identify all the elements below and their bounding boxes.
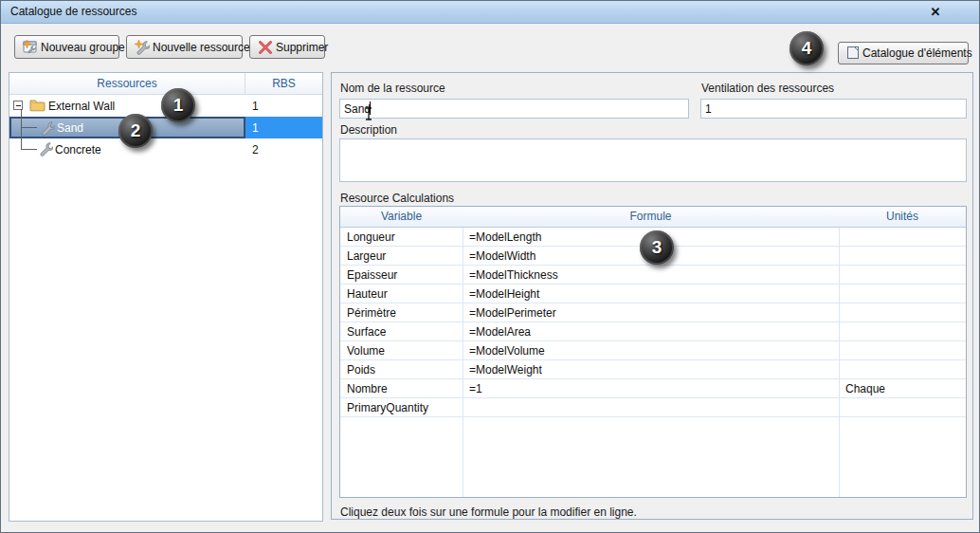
calc-table-header: Variable Formule Unités	[340, 207, 966, 228]
variable-cell: Nombre	[340, 382, 463, 395]
formula-cell[interactable]: =ModelHeight	[463, 287, 839, 301]
window-titlebar: Catalogue de ressources ✕	[1, 1, 979, 24]
calc-row-surface[interactable]: Surface =ModelArea	[340, 322, 966, 341]
variable-column-header[interactable]: Variable	[340, 207, 463, 227]
units-cell[interactable]: Chaque	[839, 382, 966, 395]
variable-cell: PrimaryQuantity	[340, 401, 463, 414]
badge-number: 2	[131, 120, 141, 141]
calc-row-perimetre[interactable]: Périmètre =ModelPerimeter	[340, 303, 966, 322]
resource-catalog-dialog: Catalogue de ressources ✕ Nouveau groupe	[0, 0, 980, 533]
folder-icon	[29, 98, 45, 115]
ventilation-input[interactable]	[700, 99, 967, 119]
tree-row-sand[interactable]: Sand 1	[9, 117, 322, 138]
calc-row-hauteur[interactable]: Hauteur =ModelHeight	[340, 285, 966, 303]
resources-tree-panel: Ressources RBS External Wall 1	[9, 72, 323, 522]
rbs-value: 1	[245, 95, 322, 117]
new-star-icon	[135, 40, 143, 48]
calc-row-volume[interactable]: Volume =ModelVolume	[340, 341, 966, 360]
rbs-column-header[interactable]: RBS	[245, 73, 322, 94]
formula-cell[interactable]: =ModelArea	[463, 325, 839, 339]
badge-number: 3	[652, 237, 662, 258]
calc-row-nombre[interactable]: Nombre =1 Chaque	[340, 379, 966, 398]
document-page-icon	[846, 46, 860, 61]
delete-label: Supprimer	[276, 41, 328, 54]
tree-header: Ressources RBS	[9, 73, 322, 95]
dialog-title: Catalogue de ressources	[10, 5, 136, 18]
ventilation-label: Ventilation des ressources	[701, 82, 834, 95]
formula-cell[interactable]: =1	[463, 382, 839, 395]
variable-cell: Epaisseur	[340, 268, 463, 282]
column-separator	[463, 228, 463, 497]
calc-row-primaryquantity[interactable]: PrimaryQuantity	[340, 398, 966, 417]
tree-line	[21, 127, 37, 128]
variable-cell: Surface	[340, 325, 463, 339]
variable-cell: Poids	[340, 363, 463, 377]
description-label: Description	[340, 123, 397, 137]
resource-calculations-label: Resource Calculations	[340, 192, 454, 205]
formula-cell[interactable]: =ModelWeight	[463, 363, 839, 377]
tree-line	[21, 149, 37, 150]
formula-cell[interactable]: =ModelPerimeter	[463, 306, 839, 320]
badge-number: 1	[173, 95, 184, 116]
tree-row-concrete[interactable]: Concrete 2	[9, 138, 322, 160]
formula-cell[interactable]: =ModelThickness	[463, 268, 839, 282]
new-group-folder-icon	[23, 40, 38, 55]
wrench-icon	[38, 141, 53, 159]
element-catalog-button[interactable]: Catalogue d'éléments	[838, 42, 969, 64]
tree-item-label: Sand	[57, 121, 83, 135]
description-textarea[interactable]	[339, 138, 967, 182]
variable-cell: Périmètre	[340, 306, 463, 320]
variable-cell: Volume	[340, 344, 463, 358]
resource-detail-panel: Nom de la ressource Ventilation des ress…	[331, 72, 973, 520]
new-star-icon	[23, 40, 31, 48]
units-column-header[interactable]: Unités	[839, 207, 966, 227]
column-separator	[839, 228, 840, 497]
calc-row-poids[interactable]: Poids =ModelWeight	[340, 360, 966, 379]
name-label: Nom de la ressource	[340, 82, 445, 95]
delete-button[interactable]: Supprimer	[249, 35, 325, 59]
formula-cell[interactable]: =ModelVolume	[463, 344, 839, 358]
callout-badge-1: 1	[161, 88, 195, 122]
hint-text: Cliquez deux fois sur une formule pour l…	[340, 505, 637, 519]
new-resource-wrench-icon	[135, 40, 150, 55]
tree-item-label: Concrete	[55, 143, 101, 156]
tree-item-label: External Wall	[48, 100, 115, 113]
callout-badge-4: 4	[789, 31, 824, 65]
new-group-label: Nouveau groupe	[41, 41, 125, 54]
resources-column-header[interactable]: Ressources	[9, 73, 245, 94]
rbs-value: 1	[245, 117, 322, 138]
callout-badge-3: 3	[640, 230, 674, 265]
delete-x-icon	[258, 40, 273, 55]
badge-number: 4	[802, 38, 812, 59]
close-icon[interactable]: ✕	[926, 3, 945, 22]
callout-badge-2: 2	[118, 114, 153, 148]
rbs-value: 2	[245, 138, 322, 160]
new-group-button[interactable]: Nouveau groupe	[14, 35, 119, 59]
tree-line	[21, 109, 22, 150]
name-input[interactable]	[339, 99, 689, 119]
calc-row-epaisseur[interactable]: Epaisseur =ModelThickness	[340, 266, 966, 285]
variable-cell: Largeur	[340, 249, 463, 263]
new-resource-label: Nouvelle ressource	[153, 41, 250, 54]
element-catalog-label: Catalogue d'éléments	[862, 46, 972, 60]
new-resource-button[interactable]: Nouvelle ressource	[126, 35, 243, 59]
variable-cell: Longueur	[340, 230, 463, 244]
name-input-wrap	[339, 99, 689, 119]
variable-cell: Hauteur	[340, 287, 463, 301]
ibeam-cursor-icon	[365, 107, 372, 124]
formula-column-header[interactable]: Formule	[463, 207, 839, 227]
wrench-icon	[40, 120, 55, 138]
